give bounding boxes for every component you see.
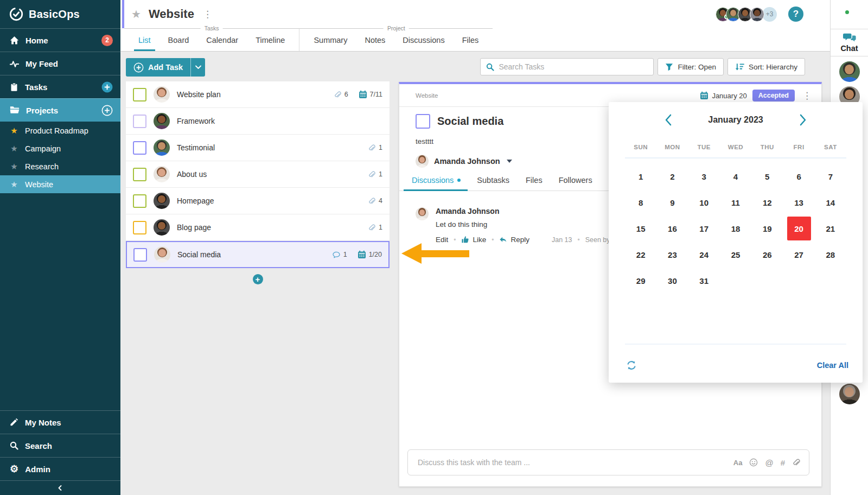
sidebar-item-my-feed[interactable]: My Feed xyxy=(0,52,120,75)
detail-tab-files[interactable]: Files xyxy=(518,176,551,191)
calendar-day[interactable]: 4 xyxy=(720,163,751,189)
calendar-day[interactable]: 3 xyxy=(688,163,720,189)
clear-all-link[interactable]: Clear All xyxy=(817,361,848,370)
discussion-input[interactable]: Aa @ # xyxy=(407,449,809,475)
search-tasks-input[interactable] xyxy=(499,62,648,71)
sidebar-collapse-button[interactable] xyxy=(0,480,120,495)
task-more-menu-icon[interactable]: ⋮ xyxy=(802,90,812,101)
add-task-quick-icon[interactable] xyxy=(101,81,113,93)
calendar-day[interactable]: 11 xyxy=(720,189,751,215)
task-row-social-media[interactable]: Social media 1 1/20 xyxy=(126,241,390,268)
comment-seen-by[interactable]: Seen by xyxy=(585,236,610,244)
task-checkbox[interactable] xyxy=(133,168,146,181)
task-checkbox[interactable] xyxy=(133,194,146,208)
attach-icon[interactable] xyxy=(792,458,801,467)
tab-list[interactable]: List xyxy=(130,29,159,51)
task-checkbox[interactable] xyxy=(416,114,430,129)
breadcrumb[interactable]: Website xyxy=(416,92,438,99)
sidebar-item-search[interactable]: Search xyxy=(0,434,120,457)
sidebar-project-campaign[interactable]: ★ Campaign xyxy=(0,139,120,157)
task-checkbox[interactable] xyxy=(133,115,146,128)
calendar-day[interactable]: 5 xyxy=(751,163,783,189)
calendar-day[interactable]: 29 xyxy=(625,268,656,294)
search-tasks-box[interactable] xyxy=(480,58,654,75)
chat-contact-avatar[interactable] xyxy=(839,61,860,82)
task-checkbox[interactable] xyxy=(133,88,146,101)
calendar-day[interactable]: 31 xyxy=(688,268,720,294)
filter-button[interactable]: Filter: Open xyxy=(658,58,724,75)
task-checkbox[interactable] xyxy=(133,141,146,155)
member-avatars[interactable]: +3 xyxy=(718,7,777,22)
calendar-day[interactable]: 6 xyxy=(783,163,814,189)
tab-board[interactable]: Board xyxy=(159,29,198,51)
calendar-day[interactable]: 8 xyxy=(625,189,656,215)
calendar-day[interactable]: 16 xyxy=(656,215,688,242)
task-row-homepage[interactable]: Homepage 4 xyxy=(126,188,390,214)
calendar-day[interactable]: 10 xyxy=(688,189,720,215)
mention-icon[interactable]: @ xyxy=(765,458,773,467)
add-task-button[interactable]: Add Task xyxy=(126,58,190,77)
sidebar-project-website[interactable]: ★ Website xyxy=(0,175,120,193)
calendar-day[interactable]: 12 xyxy=(751,189,783,215)
tab-files[interactable]: Files xyxy=(454,29,488,51)
sidebar-item-projects[interactable]: Projects xyxy=(0,98,120,122)
favorite-star-icon[interactable]: ★ xyxy=(131,8,141,21)
tab-calendar[interactable]: Calendar xyxy=(197,29,247,51)
help-button[interactable]: ? xyxy=(788,7,803,22)
task-row-about-us[interactable]: About us 1 xyxy=(126,161,390,187)
add-task-dropdown-button[interactable] xyxy=(190,58,205,77)
calendar-day[interactable]: 27 xyxy=(783,242,814,268)
sidebar-item-tasks[interactable]: Tasks xyxy=(0,75,120,98)
calendar-day[interactable]: 21 xyxy=(815,215,846,242)
tab-summary[interactable]: Summary xyxy=(305,29,356,51)
sidebar-project-research[interactable]: ★ Research xyxy=(0,157,120,175)
tab-timeline[interactable]: Timeline xyxy=(247,29,293,51)
chat-toggle[interactable]: Chat xyxy=(831,29,868,56)
emoji-icon[interactable] xyxy=(749,458,758,467)
sort-button[interactable]: Sort: Hierarchy xyxy=(727,58,805,75)
due-date-button[interactable]: January 20 xyxy=(700,91,746,100)
format-text-icon[interactable]: Aa xyxy=(733,459,743,467)
tab-notes[interactable]: Notes xyxy=(356,29,394,51)
detail-tab-discussions[interactable]: Discussions xyxy=(404,176,469,191)
calendar-day[interactable]: 1 xyxy=(625,163,656,189)
sidebar-item-my-notes[interactable]: My Notes xyxy=(0,410,120,434)
edit-link[interactable]: Edit xyxy=(436,236,448,244)
calendar-day[interactable]: 14 xyxy=(815,189,846,215)
current-user-cell[interactable] xyxy=(831,0,868,29)
calendar-day[interactable]: 23 xyxy=(656,242,688,268)
calendar-day[interactable]: 2 xyxy=(656,163,688,189)
app-logo[interactable]: BasicOps xyxy=(0,0,120,28)
calendar-day[interactable]: 30 xyxy=(656,268,688,294)
task-row-blog-page[interactable]: Blog page 1 xyxy=(126,214,390,240)
task-row-framework[interactable]: Framework xyxy=(126,108,390,134)
calendar-day[interactable]: 24 xyxy=(688,242,720,268)
calendar-day[interactable]: 22 xyxy=(625,242,656,268)
calendar-day[interactable]: 13 xyxy=(783,189,814,215)
task-checkbox[interactable] xyxy=(133,248,147,262)
next-month-chevron-icon[interactable] xyxy=(798,113,808,126)
refresh-icon[interactable] xyxy=(626,360,637,371)
calendar-day[interactable]: 17 xyxy=(688,215,720,242)
project-more-menu-icon[interactable]: ⋮ xyxy=(203,9,212,20)
sidebar-item-home[interactable]: Home 2 xyxy=(0,28,120,52)
calendar-day[interactable]: 9 xyxy=(656,189,688,215)
prev-month-chevron-icon[interactable] xyxy=(663,113,673,126)
calendar-day[interactable]: 25 xyxy=(720,242,751,268)
calendar-day[interactable]: 26 xyxy=(751,242,783,268)
calendar-day[interactable]: 7 xyxy=(815,163,846,189)
task-row-testimonial[interactable]: Testimonial 1 xyxy=(126,135,390,161)
detail-tab-followers[interactable]: Followers xyxy=(551,176,601,191)
task-checkbox[interactable] xyxy=(133,221,146,234)
tab-discussions[interactable]: Discussions xyxy=(394,29,453,51)
avatar[interactable] xyxy=(750,7,764,22)
calendar-day-selected[interactable]: 20 xyxy=(783,215,814,242)
add-project-icon[interactable] xyxy=(101,105,113,116)
detail-tab-subtasks[interactable]: Subtasks xyxy=(469,176,518,191)
sidebar-item-admin[interactable]: ⚙ Admin xyxy=(0,457,120,480)
calendar-day[interactable]: 19 xyxy=(751,215,783,242)
task-row-website-plan[interactable]: Website plan 6 7/11 xyxy=(126,81,390,107)
chat-contact-avatar[interactable] xyxy=(839,384,860,404)
hashtag-icon[interactable]: # xyxy=(781,458,785,467)
sidebar-project-product-roadmap[interactable]: ★ Product Roadmap xyxy=(0,122,120,139)
